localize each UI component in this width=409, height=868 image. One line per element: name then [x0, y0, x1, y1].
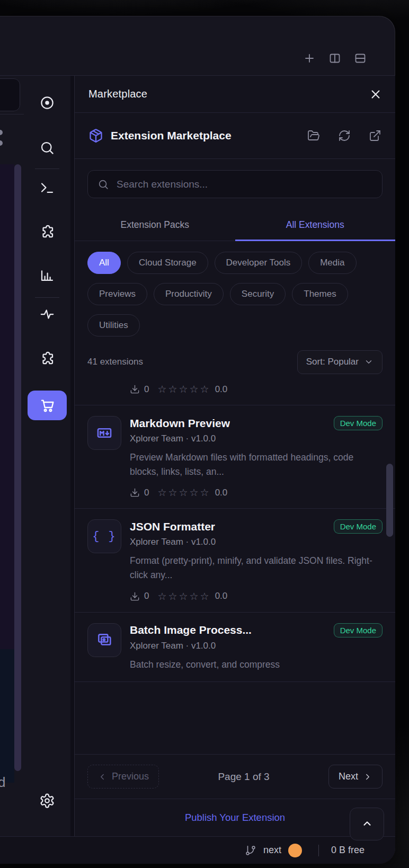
- extension-list[interactable]: 0 0.0 Markdown Preview Dev Mode X: [75, 379, 395, 754]
- filter-chip-themes[interactable]: Themes: [292, 283, 348, 305]
- extension-name: Markdown Preview: [130, 417, 230, 430]
- refresh-icon: [338, 129, 351, 142]
- external-link-icon: [369, 129, 381, 142]
- split-horizontal-button[interactable]: [354, 52, 367, 65]
- sync-status-dot[interactable]: [288, 844, 302, 857]
- filter-chip-cloud-storage[interactable]: Cloud Storage: [127, 252, 208, 274]
- panel-title: Marketplace: [88, 88, 147, 100]
- filter-chip-all[interactable]: All: [87, 252, 121, 274]
- git-branch-label[interactable]: next: [263, 845, 281, 856]
- background-app-fragment: d: [0, 76, 24, 836]
- activity-bar: [24, 76, 70, 836]
- extension-description: Format (pretty-print), minify, and valid…: [130, 554, 383, 582]
- app-window: d: [0, 16, 395, 864]
- free-space-label: 0 B free: [331, 845, 364, 856]
- rating-value: 0.0: [215, 488, 228, 498]
- dev-mode-badge: Dev Mode: [334, 623, 383, 637]
- extension-name: JSON Formatter: [130, 520, 215, 533]
- eye-icon: [39, 95, 55, 111]
- filter-chip-media[interactable]: Media: [308, 252, 356, 274]
- download-icon: [130, 384, 140, 394]
- marketplace-button[interactable]: [28, 391, 67, 420]
- publish-extension-link[interactable]: Publish Your Extension: [185, 812, 285, 823]
- download-count: 0: [144, 488, 149, 498]
- search-extensions-box[interactable]: [87, 170, 383, 198]
- extension-byline: Xplorer Team · v1.0.0: [130, 641, 383, 651]
- download-count: 0: [144, 591, 149, 601]
- refresh-button[interactable]: [338, 129, 351, 142]
- preview-button[interactable]: [39, 95, 55, 111]
- package-icon: [88, 128, 103, 143]
- filter-chip-productivity[interactable]: Productivity: [154, 283, 224, 305]
- shopping-cart-icon: [39, 397, 56, 414]
- search-icon: [97, 179, 109, 190]
- clipped-scrollbar-fragment: [14, 164, 21, 771]
- filter-chip-previews[interactable]: Previews: [87, 283, 147, 305]
- extension-byline: Xplorer Team · v1.0.0: [130, 433, 383, 444]
- marketplace-header: Extension Marketplace: [75, 113, 395, 159]
- settings-button[interactable]: [39, 793, 55, 809]
- search-icon: [39, 140, 55, 156]
- results-meta-row: 41 extensions Sort: Popular: [75, 349, 395, 379]
- bar-chart-icon: [39, 268, 55, 284]
- marketplace-heading: Extension Marketplace: [111, 129, 232, 142]
- gear-icon: [39, 793, 55, 809]
- close-panel-button[interactable]: [370, 88, 381, 100]
- rating-stars: [157, 383, 210, 395]
- search-row: [75, 159, 395, 209]
- json-extension-icon: { }: [87, 519, 121, 553]
- split-vertical-button[interactable]: [328, 52, 341, 65]
- git-branch-icon: [245, 845, 256, 856]
- puzzle-icon: [39, 350, 55, 366]
- rating-stars: [157, 486, 210, 499]
- extension-byline: Xplorer Team · v1.0.0: [130, 537, 383, 547]
- plugins-button[interactable]: [39, 350, 55, 366]
- extensions-button[interactable]: [39, 224, 55, 240]
- scroll-to-top-button[interactable]: [350, 808, 384, 840]
- extension-card-batch-image-processor[interactable]: Batch Image Process... Dev Mode Xplorer …: [75, 613, 395, 682]
- terminal-icon: [39, 180, 55, 196]
- tab-all-extensions[interactable]: All Extensions: [235, 209, 396, 241]
- tab-extension-packs[interactable]: Extension Packs: [75, 209, 235, 241]
- split-rows-icon: [354, 52, 367, 65]
- rating-stars: [157, 590, 210, 603]
- download-icon: [130, 591, 140, 601]
- extension-card-markdown-preview[interactable]: Markdown Preview Dev Mode Xplorer Team ·…: [75, 405, 395, 509]
- rating-value: 0.0: [215, 384, 228, 395]
- extension-card-partial[interactable]: 0 0.0: [75, 379, 395, 405]
- list-scrollbar[interactable]: [386, 464, 393, 537]
- clipped-tab-fragment: [0, 78, 20, 111]
- sort-dropdown[interactable]: Sort: Popular: [297, 350, 383, 374]
- extension-card-json-formatter[interactable]: { } JSON Formatter Dev Mode Xplorer Team…: [75, 509, 395, 612]
- previous-page-button[interactable]: Previous: [87, 765, 159, 789]
- search-extensions-input[interactable]: [117, 179, 372, 190]
- chevron-up-icon: [361, 818, 373, 830]
- window-header: [0, 16, 395, 76]
- rating-value: 0.0: [215, 591, 228, 601]
- panel-footer: Publish Your Extension: [75, 799, 395, 836]
- open-extensions-folder-button[interactable]: [307, 129, 320, 142]
- plus-icon: [303, 52, 316, 65]
- pagination-bar: Previous Page 1 of 3 Next: [75, 754, 395, 799]
- new-pane-button[interactable]: [303, 52, 316, 65]
- next-page-button[interactable]: Next: [328, 765, 383, 789]
- clipped-panel-fragment: [0, 164, 14, 649]
- pulse-icon: [39, 306, 55, 322]
- category-filter-chips: All Cloud Storage Developer Tools Media …: [75, 241, 395, 349]
- analytics-button[interactable]: [39, 268, 55, 284]
- activity-monitor-button[interactable]: [39, 306, 55, 322]
- folder-open-icon: [307, 129, 320, 142]
- open-external-button[interactable]: [369, 129, 381, 142]
- terminal-button[interactable]: [39, 180, 55, 196]
- close-icon: [370, 88, 381, 100]
- tab-bar: Extension Packs All Extensions: [75, 209, 395, 241]
- filter-chip-utilities[interactable]: Utilities: [87, 314, 140, 336]
- filter-chip-developer-tools[interactable]: Developer Tools: [215, 252, 303, 274]
- sort-label: Sort: Popular: [306, 357, 359, 367]
- search-sidebar-button[interactable]: [39, 140, 55, 156]
- extension-description: Preview Markdown files with formatted he…: [130, 450, 383, 479]
- markdown-extension-icon: [87, 416, 121, 450]
- filter-chip-security[interactable]: Security: [230, 283, 286, 305]
- chevron-right-icon: [363, 772, 372, 782]
- chevron-left-icon: [97, 772, 107, 782]
